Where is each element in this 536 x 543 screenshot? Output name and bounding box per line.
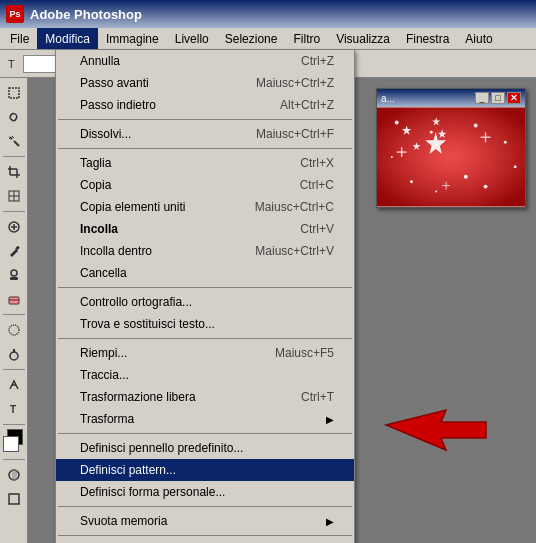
menu-item-trova-label: Trova e sostituisci testo... — [80, 317, 334, 331]
svg-point-18 — [11, 270, 17, 276]
menu-item-definisci-pattern-label: Definisci pattern... — [80, 463, 334, 477]
separator-6 — [58, 506, 352, 507]
float-close-button[interactable]: ✕ — [507, 92, 521, 104]
svg-point-40 — [504, 141, 507, 144]
menu-finestra[interactable]: Finestra — [398, 28, 457, 49]
menu-item-definisci-forma[interactable]: Definisci forma personale... — [56, 481, 354, 503]
svg-point-39 — [474, 123, 478, 127]
menu-item-copia-elementi[interactable]: Copia elementi uniti Maiusc+Ctrl+C — [56, 196, 354, 218]
float-window-label: a... — [381, 93, 395, 104]
background-color[interactable] — [3, 436, 19, 452]
menu-bar: File Modifica Immagine Livello Selezione… — [0, 28, 536, 50]
menu-item-riempi-label: Riempi... — [80, 346, 255, 360]
menu-selezione[interactable]: Selezione — [217, 28, 286, 49]
menu-item-impostazioni[interactable]: Impostazioni colore... Maiusc+Ctrl+K — [56, 539, 354, 543]
tool-separator-1 — [3, 156, 25, 157]
menu-item-annulla[interactable]: Annulla Ctrl+Z — [56, 50, 354, 72]
menu-item-svuota[interactable]: Svuota memoria ▶ — [56, 510, 354, 532]
menu-item-cancella[interactable]: Cancella — [56, 262, 354, 284]
separator-3 — [58, 287, 352, 288]
tool-marquee[interactable] — [3, 82, 25, 104]
menu-item-passo-avanti[interactable]: Passo avanti Maiusc+Ctrl+Z — [56, 72, 354, 94]
svg-rect-31 — [377, 108, 525, 207]
menu-immagine[interactable]: Immagine — [98, 28, 167, 49]
menu-item-definisci-pennello-label: Definisci pennello predefinito... — [80, 441, 334, 455]
submenu-arrow-trasforma: ▶ — [326, 414, 334, 425]
menu-item-trasformazione-label: Trasformazione libera — [80, 390, 281, 404]
menu-item-riempi-shortcut: Maiusc+F5 — [275, 346, 334, 360]
app-icon: Ps — [6, 5, 24, 23]
tool-separator-3 — [3, 314, 25, 315]
float-maximize-button[interactable]: □ — [491, 92, 505, 104]
menu-item-copia[interactable]: Copia Ctrl+C — [56, 174, 354, 196]
tool-stamp[interactable] — [3, 264, 25, 286]
svg-rect-2 — [9, 88, 19, 98]
menu-item-copia-elementi-shortcut: Maiusc+Ctrl+C — [255, 200, 334, 214]
tool-pen[interactable] — [3, 374, 25, 396]
tool-wand[interactable] — [3, 130, 25, 152]
svg-point-22 — [9, 325, 19, 335]
menu-item-annulla-shortcut: Ctrl+Z — [301, 54, 334, 68]
svg-point-37 — [395, 120, 399, 124]
menu-aiuto[interactable]: Aiuto — [457, 28, 500, 49]
menu-item-taglia-shortcut: Ctrl+X — [300, 156, 334, 170]
menu-item-passo-indietro-label: Passo indietro — [80, 98, 260, 112]
menu-file[interactable]: File — [2, 28, 37, 49]
toolbar-label: T — [4, 58, 19, 70]
menu-item-incolla-dentro[interactable]: Incolla dentro Maiusc+Ctrl+V — [56, 240, 354, 262]
menu-item-annulla-label: Annulla — [80, 54, 281, 68]
tool-text[interactable]: T — [3, 398, 25, 420]
menu-item-copia-elementi-label: Copia elementi uniti — [80, 200, 235, 214]
float-window-content — [377, 107, 525, 207]
menu-item-trasformazione[interactable]: Trasformazione libera Ctrl+T — [56, 386, 354, 408]
svg-point-46 — [410, 180, 413, 183]
menu-item-riempi[interactable]: Riempi... Maiusc+F5 — [56, 342, 354, 364]
tool-crop[interactable] — [3, 161, 25, 183]
menu-item-incolla[interactable]: Incolla Ctrl+V — [56, 218, 354, 240]
menu-livello[interactable]: Livello — [167, 28, 217, 49]
svg-rect-19 — [10, 277, 18, 280]
svg-point-43 — [514, 165, 517, 168]
separator-2 — [58, 148, 352, 149]
svg-point-44 — [435, 191, 437, 193]
tool-separator-6 — [3, 459, 25, 460]
menu-visualizza[interactable]: Visualizza — [328, 28, 398, 49]
menu-item-traccia[interactable]: Traccia... — [56, 364, 354, 386]
separator-1 — [58, 119, 352, 120]
tool-brush[interactable] — [3, 240, 25, 262]
menu-item-passo-avanti-label: Passo avanti — [80, 76, 236, 90]
tool-separator-5 — [3, 424, 25, 425]
menu-item-taglia[interactable]: Taglia Ctrl+X — [56, 152, 354, 174]
svg-point-45 — [484, 185, 488, 189]
tool-slice[interactable] — [3, 185, 25, 207]
svg-point-38 — [430, 131, 433, 134]
tool-screen-mode[interactable] — [3, 488, 25, 510]
menu-item-trova[interactable]: Trova e sostituisci testo... — [56, 313, 354, 335]
menu-item-trasforma[interactable]: Trasforma ▶ — [56, 408, 354, 430]
float-window-title-bar: a... _ □ ✕ — [377, 89, 525, 107]
menu-filtro[interactable]: Filtro — [285, 28, 328, 49]
menu-item-dissolvi-label: Dissolvi... — [80, 127, 236, 141]
menu-item-incolla-dentro-label: Incolla dentro — [80, 244, 235, 258]
menu-modifica[interactable]: Modifica — [37, 28, 98, 49]
menu-item-definisci-pennello[interactable]: Definisci pennello predefinito... — [56, 437, 354, 459]
float-minimize-button[interactable]: _ — [475, 92, 489, 104]
menu-item-svuota-label: Svuota memoria — [80, 514, 322, 528]
tool-blur[interactable] — [3, 319, 25, 341]
title-bar: Ps Adobe Photoshop — [0, 0, 536, 28]
svg-line-3 — [14, 141, 19, 146]
menu-item-copia-label: Copia — [80, 178, 280, 192]
tool-dodge[interactable] — [3, 343, 25, 365]
tool-eraser[interactable] — [3, 288, 25, 310]
tool-lasso[interactable] — [3, 106, 25, 128]
menu-item-definisci-pattern[interactable]: Definisci pattern... — [56, 459, 354, 481]
tool-heal[interactable] — [3, 216, 25, 238]
menu-item-controllo[interactable]: Controllo ortografia... — [56, 291, 354, 313]
tool-quickmask[interactable] — [3, 464, 25, 486]
menu-item-dissolvi[interactable]: Dissolvi... Maiusc+Ctrl+F — [56, 123, 354, 145]
separator-7 — [58, 535, 352, 536]
svg-text:Ps: Ps — [9, 9, 20, 19]
menu-item-passo-indietro[interactable]: Passo indietro Alt+Ctrl+Z — [56, 94, 354, 116]
dropdown-menu: Annulla Ctrl+Z Passo avanti Maiusc+Ctrl+… — [55, 50, 355, 543]
svg-text:T: T — [10, 404, 16, 415]
